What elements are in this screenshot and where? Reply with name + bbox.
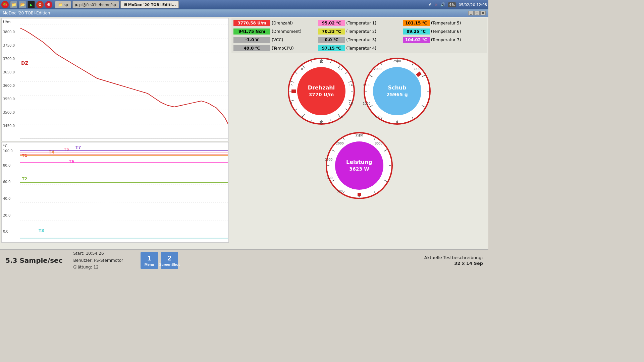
svg-text:6: 6	[290, 83, 292, 87]
right-area: 3770.58 U/m (Drehzahl) 95.02 °C (Tempera…	[231, 18, 487, 248]
start-info: Start: 10:54:26	[73, 250, 123, 257]
svg-text:3000: 3000	[413, 67, 421, 71]
drehzahl-gauge: 0 2 4 6 8 10 12	[286, 56, 357, 126]
temp-canvas	[20, 148, 228, 239]
gauges-top-row: 0 2 4 6 8 10 12	[231, 55, 487, 128]
svg-rect-81	[358, 193, 361, 196]
temp5-label: (Temperatur 5)	[431, 21, 461, 25]
content-area: U/m 3800.0 3750.0 3700.0 3650.0 3600.0 3…	[0, 17, 488, 249]
dz-y-3800: 3800.0	[3, 30, 15, 34]
raspberry-icon[interactable]: 🍓	[1, 1, 9, 8]
tab-terminal[interactable]: ▶ pi@fks01: /home/sp	[72, 1, 119, 8]
gear-icon2[interactable]: ⚙	[45, 1, 52, 8]
tab-terminal-label: pi@fks01: /home/sp	[79, 3, 116, 7]
window-icon: 🖥	[123, 3, 127, 7]
test-description: Aktuelle Testbeschreibung: 32 x 14 Sep	[424, 255, 483, 266]
svg-text:3000: 3000	[375, 142, 383, 145]
status-buttons: 1 Menu 2 ScreenShot	[141, 252, 178, 269]
temp7-value: 104.02 °C	[403, 37, 430, 43]
temp-y-80: 80.0	[3, 164, 10, 167]
dz-y-3550: 3550.0	[3, 97, 15, 101]
tab-modoc-label: MoDoc '20 TOBI-Editi...	[128, 3, 176, 7]
files-icon[interactable]: 📂	[19, 1, 26, 8]
temp5-value: 101.15 °C	[403, 20, 430, 26]
temp-y-60: 60.0	[3, 180, 10, 184]
menu-button[interactable]: 1 Menu	[141, 252, 158, 269]
schub-gauge: 0 500 1000 1500 2000 2500 3000	[362, 56, 432, 126]
drehmoment-value: 941.75 Ncm	[233, 28, 270, 35]
svg-text:4: 4	[290, 102, 292, 105]
bluetooth-icon: ⚡	[428, 2, 432, 7]
temp2-label: (Temperatur 2)	[346, 29, 376, 34]
temp4-label: (Temperatur 4)	[346, 46, 376, 51]
window-controls: _ □ ✕	[468, 11, 486, 15]
svg-text:14: 14	[349, 83, 353, 87]
screenshot-button[interactable]: 2 ScreenShot	[161, 252, 178, 269]
user-value: FS-Sternmotor	[94, 258, 123, 263]
smoothing-label: Glättung:	[73, 265, 92, 269]
volume-icon: 🔊	[440, 2, 445, 7]
dz-y-3650: 3650.0	[3, 70, 15, 74]
gear-icon1[interactable]: ⚙	[36, 1, 44, 8]
drehzahl-label: (Drehzahl)	[272, 21, 293, 25]
temp4-value: 97.15 °C	[318, 45, 345, 51]
svg-point-32	[297, 67, 345, 115]
maximize-button[interactable]: □	[474, 11, 480, 15]
main-content: U/m 3800.0 3750.0 3700.0 3650.0 3600.0 3…	[0, 17, 488, 271]
stat-cell-temp1: 95.02 °C (Temperatur 1)	[317, 19, 401, 27]
dz-y-3450: 3450.0	[3, 124, 15, 128]
temp2-value: 70.33 °C	[318, 28, 345, 35]
svg-point-80	[335, 141, 383, 190]
tempcpu-value: 49.0 °C	[233, 45, 270, 51]
temp6-label: (Temperatur 6)	[431, 29, 461, 34]
window-titlebar: MoDoc '20 TOBI-Edition _ □ ✕	[0, 9, 488, 17]
drehmoment-label: (Drehmoment)	[272, 29, 302, 34]
stat-cell-temp6: 89.25 °C (Temperatur 6)	[402, 28, 486, 35]
svg-text:1500: 1500	[363, 83, 371, 87]
svg-rect-33	[291, 89, 296, 93]
stat-cell-vcc: -1.0 V (VCC)	[233, 36, 316, 44]
terminal-icon[interactable]: ▶	[28, 1, 35, 8]
dz-y-label: U/m	[3, 20, 10, 24]
terminal-small-icon: ▶	[75, 3, 78, 7]
svg-point-56	[373, 67, 421, 115]
close-button[interactable]: ✕	[480, 11, 486, 15]
test-desc-label: Aktuelle Testbeschreibung:	[424, 255, 483, 260]
window-title-text: MoDoc '20 TOBI-Edition	[3, 11, 50, 15]
temp7-label: (Temperatur 7)	[431, 38, 461, 42]
temp3-value: 0.0 °C	[318, 37, 345, 43]
stat-cell-temp3: 0.0 °C (Temperatur 3)	[317, 36, 401, 44]
x-icon: ✕	[434, 2, 438, 7]
battery-indicator: 4%	[448, 2, 456, 7]
temperature-chart: °C 100.0 80.0 60.0 40.0 20.0 0.0 T1 T2 T…	[1, 142, 229, 243]
tab-sp[interactable]: 📁 sp	[55, 1, 71, 8]
stat-cell-temp7: 104.02 °C (Temperatur 7)	[402, 36, 486, 44]
minimize-button[interactable]: _	[468, 11, 474, 15]
leistung-gauge: 0 500 1000 1500 2000 2500 3000	[324, 130, 394, 201]
tab-modoc[interactable]: 🖥 MoDoc '20 TOBI-Editi...	[120, 1, 179, 8]
svg-text:1000: 1000	[325, 176, 333, 180]
stat-cell-drehzahl: 3770.58 U/m (Drehzahl)	[233, 19, 316, 27]
svg-text:3770 U/m: 3770 U/m	[309, 92, 334, 97]
drehzahl-value: 3770.58 U/m	[233, 20, 270, 26]
stat-cell-drehmoment: 941.75 Ncm (Drehmoment)	[233, 28, 316, 35]
temp-y-40: 40.0	[3, 197, 10, 200]
leistung-gauge-svg: 0 500 1000 1500 2000 2500 3000	[324, 130, 394, 201]
temp3-label: (Temperatur 3)	[346, 38, 376, 42]
drehzahl-chart: U/m 3800.0 3750.0 3700.0 3650.0 3600.0 3…	[1, 18, 229, 141]
status-info-block: Start: 10:54:26 Benutzer: FS-Sternmotor …	[73, 250, 123, 270]
stat-cell-empty	[402, 45, 486, 52]
svg-text:500: 500	[375, 115, 380, 119]
charts-area: U/m 3800.0 3750.0 3700.0 3650.0 3600.0 3…	[1, 18, 229, 248]
smoothing-info: Glättung: 12	[73, 264, 123, 270]
start-time: 10:54:26	[86, 251, 104, 256]
screenshot-btn-num: 2	[167, 254, 171, 262]
svg-text:2000: 2000	[336, 142, 344, 145]
datetime-display: 05/02/20 12:08	[459, 3, 487, 7]
svg-text:12: 12	[339, 67, 342, 71]
taskbar: 🍓 📁 📂 ▶ ⚙ ⚙ 📁 sp ▶ pi@fks01: /home/sp 🖥 …	[0, 0, 488, 9]
filemanager-icon[interactable]: 📁	[10, 1, 17, 8]
test-desc-value: 32 x 14 Sep	[424, 261, 483, 266]
temp6-value: 89.25 °C	[403, 28, 430, 35]
menu-btn-label: Menu	[145, 262, 154, 266]
